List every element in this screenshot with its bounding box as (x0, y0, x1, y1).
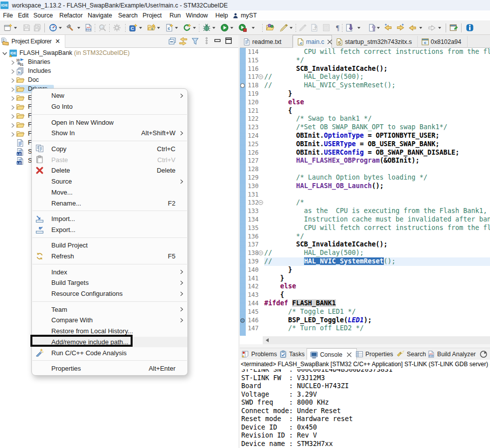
dropdown-arrow-icon[interactable] (14, 27, 17, 29)
menu-item-run-c-c-code-analysis[interactable]: Run C/C++ Code Analysis (32, 347, 187, 358)
info-icon[interactable] (466, 23, 475, 32)
new-c-project-icon[interactable]: C (129, 23, 138, 32)
debug-bug-icon[interactable] (202, 23, 211, 32)
dropdown-arrow-icon[interactable] (377, 27, 380, 29)
link-editor-icon[interactable] (179, 37, 188, 46)
view-tab-problems[interactable]: Problems (240, 348, 280, 360)
chevron-right-icon[interactable] (10, 78, 15, 82)
menu-item-properties[interactable]: PropertiesAlt+Enter (32, 363, 187, 374)
goto-edit-icon[interactable] (368, 23, 377, 32)
menu-file[interactable]: File (3, 10, 13, 20)
chevron-right-icon[interactable] (10, 69, 15, 73)
scrollbar-track[interactable] (263, 336, 490, 344)
menu-item-move[interactable]: Move... (32, 187, 187, 198)
menu-item-open-in-new-window[interactable]: Open in New Window (32, 117, 187, 128)
menu-item-delete[interactable]: DeleteDelete (32, 165, 187, 176)
close-icon[interactable]: × (55, 35, 60, 48)
scroll-left-icon[interactable] (266, 338, 269, 342)
run-external-icon[interactable] (238, 23, 247, 32)
view-tab-partial[interactable] (479, 348, 490, 360)
perspective-icon[interactable] (450, 23, 459, 32)
tree-item-flash-swapbank[interactable]: IDEFLASH_SwapBank (in STM32CubeIDE) (0, 48, 238, 57)
dropdown-arrow-icon[interactable] (175, 27, 178, 29)
menu-item-rename[interactable]: Rename...F2 (32, 198, 187, 209)
close-icon[interactable] (346, 352, 352, 358)
build-hammer-icon[interactable] (66, 23, 75, 32)
code-editor[interactable]: 1141151161171181191201211221231241251261… (240, 48, 490, 336)
menu-refactor[interactable]: Refactor (59, 10, 83, 20)
chevron-right-icon[interactable] (10, 114, 15, 118)
dropdown-arrow-icon[interactable] (419, 27, 422, 29)
forward-disabled-icon[interactable] (428, 23, 437, 32)
menu-run[interactable]: Run (169, 10, 181, 20)
view-menu-icon[interactable] (203, 37, 212, 46)
editor-tab-0x8102a94[interactable]: c0x8102a94 (418, 36, 468, 48)
menu-source[interactable]: Source (33, 10, 53, 20)
dropdown-arrow-icon[interactable] (212, 27, 215, 29)
minimize-icon[interactable] (214, 37, 223, 46)
menu-item-compare-with[interactable]: Compare With (32, 315, 187, 326)
dropdown-arrow-icon[interactable] (139, 27, 142, 29)
maximize-icon[interactable] (225, 37, 234, 46)
tab-project-explorer[interactable]: Project Explorer × (0, 35, 65, 48)
dropdown-arrow-icon[interactable] (252, 27, 255, 29)
menu-item-new[interactable]: New (32, 90, 187, 101)
chevron-right-icon[interactable] (10, 60, 15, 64)
chevron-right-icon[interactable] (10, 96, 15, 100)
menu-item-copy[interactable]: CopyCtrl+C (32, 143, 187, 154)
tree-item-doc[interactable]: Doc (0, 75, 238, 84)
view-tab-properties[interactable]: Properties (354, 348, 396, 360)
fold-collapse-icon[interactable] (258, 74, 263, 79)
menu-item-show-in[interactable]: Show InAlt+Shift+W (32, 128, 187, 139)
collapse-all-icon[interactable] (168, 37, 177, 46)
menu-item-team[interactable]: Team (32, 304, 187, 315)
fold-collapse-icon[interactable] (258, 250, 263, 255)
new-folder-icon[interactable]: c (147, 23, 156, 32)
menu-item-go-into[interactable]: Go Into (32, 101, 187, 112)
tree-item-binaries[interactable]: 1001Binaries (0, 57, 238, 66)
menu-window[interactable]: Window (186, 10, 208, 20)
editor-horizontal-scrollbar[interactable] (240, 336, 490, 344)
dropdown-arrow-icon[interactable] (193, 27, 196, 29)
filter-icon[interactable] (191, 37, 200, 46)
menu-edit[interactable]: Edit (18, 10, 28, 20)
tree-item-includes[interactable]: hIncludes (0, 66, 238, 75)
dropdown-arrow-icon[interactable] (290, 27, 293, 29)
menu-help[interactable]: Help (215, 10, 228, 20)
new-stm32-icon[interactable] (183, 23, 192, 32)
console-output[interactable]: ST-LINK SN : 000C001E4D4B500D20373831ST-… (240, 369, 490, 448)
menu-item-build-project[interactable]: Build Project (32, 240, 187, 251)
view-tab-tasks[interactable]: Tasks (278, 348, 308, 360)
dropdown-arrow-icon[interactable] (438, 27, 441, 29)
chevron-right-icon[interactable] (10, 123, 15, 127)
highlight-pen-icon[interactable] (280, 23, 289, 32)
menu-project[interactable]: Project (143, 10, 162, 20)
menu-item-index[interactable]: Index (32, 266, 187, 277)
dropdown-arrow-icon[interactable] (77, 27, 80, 29)
last-edit-icon[interactable] (345, 23, 354, 32)
run-icon[interactable] (220, 23, 229, 32)
chevron-right-icon[interactable] (10, 87, 15, 91)
myst-account-button[interactable]: myST (232, 10, 257, 20)
chevron-right-icon[interactable] (10, 105, 15, 109)
new-wizard-icon[interactable] (4, 23, 13, 32)
pilcrow-icon[interactable]: ¶ (333, 23, 342, 32)
editor-tab-startup-stm32h743zitx-s[interactable]: Sstartup_stm32h743zitx.s (332, 36, 418, 48)
back-icon[interactable] (408, 23, 417, 32)
menu-navigate[interactable]: Navigate (88, 10, 112, 20)
view-tab-search[interactable]: Search (396, 348, 429, 360)
menu-item-build-targets[interactable]: Build Targets (32, 277, 187, 288)
open-element-icon[interactable] (266, 23, 275, 32)
chevron-down-icon[interactable] (2, 51, 6, 55)
menu-search[interactable]: Search (118, 10, 138, 20)
menu-item-import[interactable]: Import... (32, 214, 187, 224)
editor-tab-readme-txt[interactable]: readme.txt (239, 36, 293, 48)
view-tab-console[interactable]: Console (307, 348, 357, 360)
menu-item-source[interactable]: Source (32, 176, 187, 187)
new-c-file-icon[interactable]: c (165, 23, 174, 32)
binary-file-icon[interactable]: 010 (84, 23, 93, 32)
menu-item-export[interactable]: Export... (32, 224, 187, 235)
forward-star-icon[interactable] (396, 23, 405, 32)
editor-tab-main-c[interactable]: .cmain.c (293, 35, 332, 48)
menu-item-resource-configurations[interactable]: Resource Configurations (32, 288, 187, 299)
